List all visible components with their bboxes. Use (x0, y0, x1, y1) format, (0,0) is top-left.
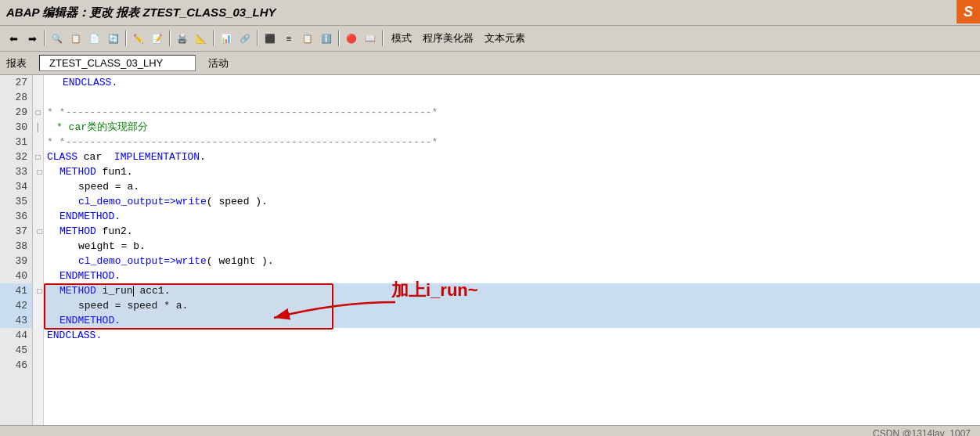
tb-btn-2[interactable]: 📋 (67, 30, 85, 47)
title-bar: ABAP 编辑器：更改 报表 ZTEST_CLASS_03_LHY S (0, 0, 980, 25)
info-bar: 报表 ZTEST_CLASS_03_LHY 活动 (0, 52, 980, 75)
menu-text-elements[interactable]: 文本元素 (480, 30, 530, 47)
tb-btn-13[interactable]: 📋 (299, 30, 316, 47)
fold-41: □ (33, 283, 43, 298)
report-value: ZTEST_CLASS_03_LHY (39, 55, 196, 71)
toolbar-sep3 (169, 31, 171, 46)
fold-34 (33, 179, 43, 194)
fold-30: │ (33, 120, 43, 135)
fold-39 (33, 254, 43, 268)
line-num-29: 29 (0, 105, 32, 120)
report-label: 报表 (6, 56, 27, 70)
code-line-30: * car类的实现部分 (44, 120, 980, 135)
fold-31 (33, 135, 43, 150)
tb-btn-15[interactable]: 🔴 (343, 30, 360, 47)
code-line-39: cl_demo_output=>write ( weight ). (44, 254, 980, 268)
line-num-46: 46 (0, 358, 32, 373)
toolbar-sep2 (125, 31, 127, 46)
fold-43 (33, 313, 43, 328)
fold-37: □ (33, 224, 43, 239)
line-num-42: 42 (0, 298, 32, 313)
fold-28 (33, 90, 43, 105)
report-status: 活动 (208, 56, 229, 70)
line-numbers: 27 28 29 30 31 32 33 34 35 36 37 38 39 4… (0, 75, 33, 425)
title-text: ABAP 编辑器：更改 报表 ZTEST_CLASS_03_LHY (6, 5, 276, 20)
toolbar-sep7 (382, 31, 384, 46)
code-line-28 (44, 90, 980, 105)
fold-29: □ (33, 105, 43, 120)
code-line-40: ENDMETHOD. (44, 268, 980, 283)
line-num-28: 28 (0, 90, 32, 105)
line-num-43: 43 (0, 313, 32, 328)
tb-btn-10[interactable]: 🔗 (236, 30, 254, 47)
code-line-45 (44, 343, 980, 358)
tb-btn-11[interactable]: ⬛ (261, 30, 279, 47)
code-line-41: METHOD i_run acc1. (44, 283, 980, 298)
fold-gutter: □ │ □ □ □ □ (33, 75, 44, 425)
code-content[interactable]: ENDCLASS. * *---------------------------… (44, 75, 980, 425)
tb-btn-8[interactable]: 📐 (193, 30, 210, 47)
tb-btn-7[interactable]: 🖨️ (174, 30, 191, 47)
code-line-35: cl_demo_output=>write ( speed ). (44, 194, 980, 209)
tb-btn-5[interactable]: ✏️ (130, 30, 147, 47)
tb-btn-14[interactable]: ℹ️ (318, 30, 335, 47)
fold-35 (33, 194, 43, 209)
line-num-34: 34 (0, 179, 32, 194)
line-num-38: 38 (0, 239, 32, 254)
footer-credit: CSDN @1314lay_1007 (873, 428, 971, 437)
menu-beautify[interactable]: 程序美化器 (418, 30, 478, 47)
code-line-38: weight = b. (44, 239, 980, 254)
tb-btn-16[interactable]: 📖 (362, 30, 379, 47)
line-num-32: 32 (0, 150, 32, 164)
code-line-46 (44, 358, 980, 373)
code-line-32: CLASS car IMPLEMENTATION . (44, 150, 980, 164)
fold-44 (33, 328, 43, 343)
editor-area[interactable]: 27 28 29 30 31 32 33 34 35 36 37 38 39 4… (0, 75, 980, 425)
line-num-45: 45 (0, 343, 32, 358)
menu-mode[interactable]: 模式 (387, 30, 416, 47)
code-line-33: METHOD fun1. (44, 164, 980, 179)
tb-btn-4[interactable]: 🔄 (105, 30, 122, 47)
fold-42 (33, 298, 43, 313)
code-line-37: METHOD fun2. (44, 224, 980, 239)
line-num-39: 39 (0, 254, 32, 268)
code-line-27: ENDCLASS. (44, 75, 980, 90)
code-line-44: ENDCLASS. (44, 328, 980, 343)
fold-45 (33, 343, 43, 358)
toolbar-sep1 (44, 31, 45, 46)
title-prefix: ABAP 编辑器：更改 报表 (6, 5, 139, 19)
nav-forward-button[interactable]: ➡ (23, 30, 41, 47)
line-num-27: 27 (0, 75, 32, 90)
code-line-36: ENDMETHOD. (44, 209, 980, 224)
toolbar-sep6 (338, 31, 340, 46)
nav-back-button[interactable]: ⬅ (5, 30, 22, 47)
line-num-31: 31 (0, 135, 32, 150)
toolbar-sep4 (213, 31, 214, 46)
fold-36 (33, 209, 43, 224)
fold-46 (33, 358, 43, 373)
toolbar-sep5 (257, 31, 258, 46)
code-line-42: speed = speed * a. (44, 298, 980, 313)
tb-btn-6[interactable]: 📝 (149, 30, 166, 47)
line-num-33: 33 (0, 164, 32, 179)
code-line-31: * *-------------------------------------… (44, 135, 980, 150)
fold-38 (33, 239, 43, 254)
tb-btn-1[interactable]: 🔍 (49, 30, 66, 47)
line-num-41: 41 (0, 283, 32, 298)
line-num-36: 36 (0, 209, 32, 224)
line-num-30: 30 (0, 120, 32, 135)
brand-logo: S (957, 0, 980, 23)
line-num-44: 44 (0, 328, 32, 343)
line-num-37: 37 (0, 224, 32, 239)
tb-btn-9[interactable]: 📊 (218, 30, 235, 47)
code-line-29: * *-------------------------------------… (44, 105, 980, 120)
code-line-43: ENDMETHOD. (44, 313, 980, 328)
fold-33: □ (33, 164, 43, 179)
tb-btn-3[interactable]: 📄 (86, 30, 103, 47)
fold-27 (33, 75, 43, 90)
fold-32: □ (33, 150, 43, 164)
line-num-40: 40 (0, 268, 32, 283)
footer: CSDN @1314lay_1007 (0, 425, 980, 436)
tb-btn-12[interactable]: ≡ (280, 30, 297, 47)
line-num-35: 35 (0, 194, 32, 209)
